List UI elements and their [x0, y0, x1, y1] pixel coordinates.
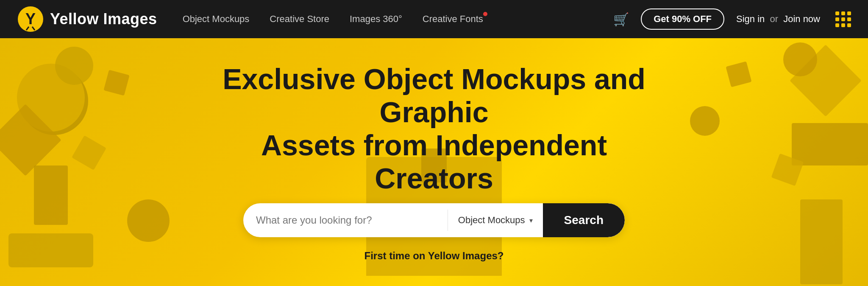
nav-creative-fonts[interactable]: Creative Fonts	[423, 14, 483, 25]
decorative-shape-r7	[690, 106, 720, 136]
search-button[interactable]: Search	[543, 203, 625, 237]
brand-name: Yellow Images	[50, 10, 157, 28]
cart-icon[interactable]: 🛒	[613, 12, 629, 27]
search-input[interactable]	[243, 203, 448, 237]
decorative-shape-r3	[792, 123, 868, 165]
decorative-shape-8	[8, 233, 93, 267]
discount-button[interactable]: Get 90% OFF	[641, 8, 724, 30]
nav-links: Object Mockups Creative Store Images 360…	[183, 14, 614, 25]
decorative-shape-r2	[783, 42, 817, 76]
logo-link[interactable]: Y Yellow Images	[17, 6, 157, 33]
apps-grid-icon[interactable]	[835, 11, 851, 27]
or-separator: or	[770, 14, 778, 24]
new-dot-indicator	[483, 12, 487, 16]
category-label: Object Mockups	[458, 215, 525, 226]
nav-creative-store[interactable]: Creative Store	[270, 14, 329, 25]
navbar: Y Yellow Images Object Mockups Creative …	[0, 0, 868, 38]
logo-icon: Y	[17, 6, 44, 33]
hero-content: Exclusive Object Mockups and Graphic Ass…	[201, 62, 667, 195]
sign-in-link[interactable]: Sign in	[736, 14, 765, 24]
decorative-shape-7	[127, 199, 170, 242]
decorative-shape-r5	[800, 199, 843, 284]
first-time-cta[interactable]: First time on Yellow Images?	[364, 250, 504, 262]
chevron-down-icon: ▾	[529, 216, 533, 224]
join-now-link[interactable]: Join now	[783, 14, 820, 24]
decorative-shape-4	[34, 165, 68, 225]
search-bar: Object Mockups ▾ Search	[243, 203, 625, 237]
nav-right: 🛒 Get 90% OFF Sign in or Join now	[613, 8, 851, 30]
category-select[interactable]: Object Mockups ▾	[448, 215, 543, 226]
svg-text:Y: Y	[25, 10, 36, 28]
hero-title: Exclusive Object Mockups and Graphic Ass…	[201, 62, 667, 195]
auth-area: Sign in or Join now	[736, 14, 820, 25]
nav-images-360[interactable]: Images 360°	[350, 14, 402, 25]
hero-section: Exclusive Object Mockups and Graphic Ass…	[0, 38, 868, 286]
nav-object-mockups[interactable]: Object Mockups	[183, 14, 250, 25]
decorative-shape-2	[55, 47, 93, 85]
